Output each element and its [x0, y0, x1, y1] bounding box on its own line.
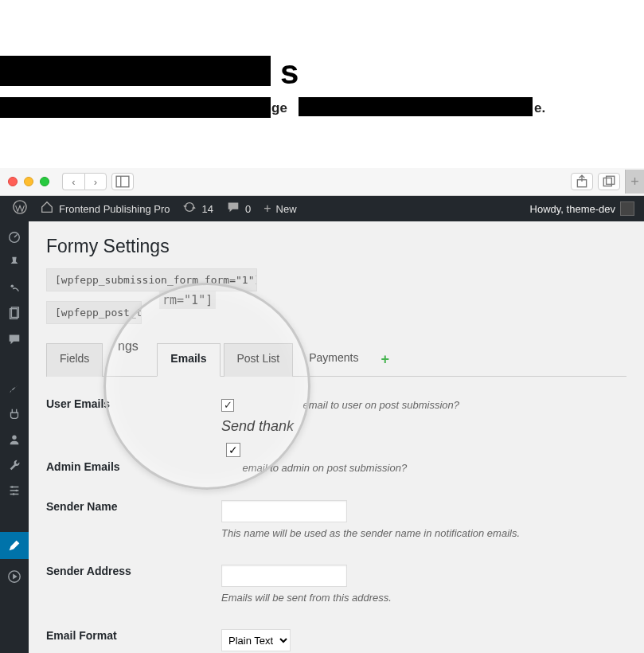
hero-redaction-2 [0, 97, 271, 118]
plugin-icon [7, 407, 21, 421]
user-icon [7, 432, 21, 447]
play-icon [7, 569, 21, 584]
page-icon [7, 307, 21, 321]
admin-emails-label: Admin Emails [46, 460, 221, 475]
wp-admin-bar: Frontend Publishing Pro 14 0 +New Howdy,… [0, 196, 644, 221]
menu-users[interactable] [6, 432, 22, 448]
sliders-icon [7, 483, 21, 498]
wordpress-icon [13, 200, 27, 217]
home-icon [40, 200, 54, 217]
svg-rect-3 [603, 178, 611, 186]
wp-admin-menu [0, 221, 29, 653]
share-button[interactable] [571, 173, 593, 190]
nav-forward-button[interactable]: › [84, 173, 107, 190]
menu-media[interactable] [6, 280, 22, 296]
wrench-icon [7, 458, 21, 472]
media-icon [7, 281, 21, 295]
pin-icon [7, 256, 21, 270]
hero-sub-mid: ge [271, 100, 287, 116]
dashboard-icon [7, 230, 21, 244]
sidebar-toggle-button[interactable] [111, 173, 134, 190]
magnifier-shortcode-frag: rm="1"] [159, 291, 216, 309]
svg-point-5 [14, 201, 26, 213]
magnifier-tab-frag: ngs [118, 339, 139, 354]
comments-link[interactable]: 0 [220, 200, 257, 217]
svg-point-7 [11, 285, 14, 288]
menu-active-item[interactable] [0, 532, 29, 559]
tab-add[interactable]: + [374, 343, 396, 376]
sender-address-desc: Emails will be sent from this address. [221, 592, 626, 604]
menu-dashboard[interactable] [6, 229, 22, 245]
menu-tools[interactable] [6, 457, 22, 473]
new-tab-button[interactable]: + [625, 170, 644, 194]
shortcode-2[interactable]: [wpfepp_post_tab' [46, 301, 142, 324]
admin-emails-checkbox[interactable]: ✓ [226, 443, 240, 457]
svg-point-10 [12, 436, 16, 440]
menu-posts[interactable] [6, 255, 22, 271]
sender-name-desc: This name will be used as the sender nam… [221, 527, 626, 539]
menu-comments[interactable] [6, 331, 22, 347]
site-link[interactable]: Frontend Publishing Pro [33, 200, 176, 217]
hero-redaction-1 [0, 56, 271, 86]
menu-plugins[interactable] [6, 406, 22, 422]
user-emails-big-desc: Send thank [221, 418, 626, 435]
admin-emails-desc: email to admin on post submission? [242, 462, 407, 474]
wp-logo[interactable] [6, 200, 33, 217]
minimize-dot[interactable] [24, 177, 33, 186]
tab-fields[interactable]: Fields [46, 343, 103, 377]
tab-emails[interactable]: Emails [157, 343, 220, 377]
tabs-icon [602, 174, 616, 189]
page-title: Formy Settings [46, 236, 626, 257]
user-emails-desc: email to user on post submission? [302, 399, 459, 411]
sidebar-icon [115, 174, 130, 189]
refresh-icon [182, 200, 197, 217]
nav-back-button[interactable]: ‹ [62, 173, 84, 190]
tab-payments[interactable]: Payments [296, 343, 371, 377]
email-format-label: Email Format [46, 629, 221, 651]
tab-post-list[interactable]: Post List [224, 343, 294, 377]
email-format-select[interactable]: Plain Text [221, 629, 291, 651]
hero-redaction-3 [299, 97, 533, 116]
site-name: Frontend Publishing Pro [59, 203, 170, 215]
menu-pages[interactable] [6, 306, 22, 322]
svg-point-13 [13, 493, 15, 495]
sender-address-input[interactable] [221, 565, 347, 587]
updates-count: 14 [201, 203, 213, 215]
sender-address-label: Sender Address [46, 565, 221, 604]
pen-icon [7, 538, 21, 553]
menu-appearance[interactable] [6, 381, 22, 397]
user-emails-label: User Emails [46, 397, 221, 435]
comments-icon [7, 332, 21, 346]
plus-icon: + [263, 201, 271, 216]
sender-name-input[interactable] [221, 500, 347, 522]
howdy-account[interactable]: Howdy, theme-dev [530, 201, 638, 216]
new-link[interactable]: +New [257, 201, 302, 216]
howdy-text: Howdy, theme-dev [530, 203, 615, 215]
brush-icon [7, 381, 21, 396]
traffic-lights [8, 177, 49, 186]
svg-point-11 [11, 486, 14, 488]
svg-rect-0 [116, 176, 129, 187]
settings-content: Formy Settings [wpfepp_submission_form f… [29, 221, 644, 653]
menu-settings[interactable] [6, 483, 22, 499]
user-emails-checkbox[interactable]: ✓ [221, 399, 234, 412]
browser-toolbar: ‹ › + [0, 168, 644, 196]
hero-sub-end: e. [534, 100, 545, 116]
close-dot[interactable] [8, 177, 18, 186]
updates-link[interactable]: 14 [176, 200, 219, 217]
share-icon [575, 174, 589, 189]
zoom-dot[interactable] [40, 177, 49, 186]
comments-count: 0 [245, 203, 251, 215]
menu-item-last[interactable] [6, 569, 22, 585]
tabs-button[interactable] [598, 173, 620, 190]
avatar [620, 201, 634, 216]
svg-point-12 [15, 490, 18, 492]
sender-name-label: Sender Name [46, 500, 221, 539]
comment-icon [226, 200, 240, 217]
hero-title-suffix: s [280, 53, 299, 92]
shortcode-1[interactable]: [wpfepp_submission_form form="1"] [46, 268, 257, 291]
svg-rect-4 [607, 176, 615, 184]
new-label: New [276, 203, 297, 215]
